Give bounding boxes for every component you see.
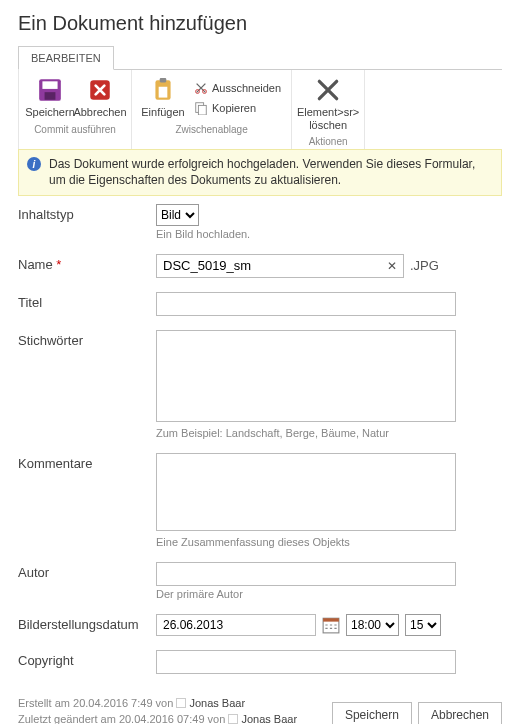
ribbon-group-actions: Element>sr> löschen Aktionen: [292, 70, 365, 149]
hour-select[interactable]: 18:00: [346, 614, 399, 636]
avatar-icon: [228, 714, 238, 724]
name-field-wrap: ✕: [156, 254, 404, 278]
footer-cancel-button[interactable]: Abbrechen: [418, 702, 502, 724]
imagedate-field[interactable]: [156, 614, 316, 636]
page-title: Ein Dokument hinzufügen: [0, 0, 520, 45]
title-label: Titel: [18, 292, 156, 310]
svg-rect-10: [198, 105, 206, 115]
save-icon: [37, 77, 63, 103]
paste-label: Einfügen: [141, 106, 184, 119]
copy-icon: [194, 101, 208, 115]
author-label: Autor: [18, 562, 156, 580]
modified-user: Jonas Baar: [241, 713, 297, 724]
info-icon: i: [27, 157, 41, 171]
delete-icon: [315, 77, 341, 103]
avatar-icon: [176, 698, 186, 708]
required-star: *: [56, 257, 61, 272]
datepicker-icon[interactable]: [322, 616, 340, 634]
svg-rect-5: [160, 78, 167, 82]
delete-label: Element>sr> löschen: [297, 106, 359, 131]
contenttype-label: Inhaltstyp: [18, 204, 156, 222]
cut-label: Ausschneiden: [212, 82, 281, 94]
ribbon-group-clipboard: Einfügen Ausschneiden Kopieren Zwischena…: [132, 70, 292, 149]
paste-button[interactable]: Einfügen: [138, 74, 188, 122]
name-label: Name: [18, 257, 53, 272]
copy-button[interactable]: Kopieren: [190, 99, 285, 117]
title-field[interactable]: [156, 292, 456, 316]
created-prefix: Erstellt am 20.04.2016 7:49 von: [18, 697, 173, 709]
tab-edit[interactable]: BEARBEITEN: [18, 46, 114, 70]
copy-label: Kopieren: [212, 102, 256, 114]
ribbon-tabbar: BEARBEITEN: [18, 45, 502, 70]
group-clipboard-label: Zwischenablage: [138, 122, 285, 135]
delete-button[interactable]: Element>sr> löschen: [298, 74, 358, 134]
svg-rect-1: [42, 81, 57, 89]
paste-icon: [150, 77, 176, 103]
notice-text: Das Dokument wurde erfolgreich hochgelad…: [49, 156, 493, 188]
save-label: Speichern: [25, 106, 75, 119]
group-commit-label: Commit ausführen: [25, 122, 125, 135]
cut-icon: [194, 81, 208, 95]
comments-field[interactable]: [156, 453, 456, 531]
contenttype-help: Ein Bild hochladen.: [156, 228, 502, 240]
author-field[interactable]: [156, 562, 456, 586]
minute-select[interactable]: 15: [405, 614, 441, 636]
cancel-button[interactable]: Abbrechen: [75, 74, 125, 122]
notice-bar: i Das Dokument wurde erfolgreich hochgel…: [18, 149, 502, 195]
created-user: Jonas Baar: [189, 697, 245, 709]
ribbon: Speichern Abbrechen Commit ausführen Ein…: [18, 70, 502, 149]
ribbon-group-commit: Speichern Abbrechen Commit ausführen: [19, 70, 132, 149]
keywords-field[interactable]: [156, 330, 456, 422]
name-extension: .JPG: [410, 258, 439, 273]
footer: Erstellt am 20.04.2016 7:49 von Jonas Ba…: [18, 688, 502, 724]
modified-prefix: Zuletzt geändert am 20.04.2016 07:49 von: [18, 713, 225, 724]
cut-button[interactable]: Ausschneiden: [190, 79, 285, 97]
save-button[interactable]: Speichern: [25, 74, 75, 122]
comments-help: Eine Zusammenfassung dieses Objekts: [156, 536, 502, 548]
imagedate-label: Bilderstellungsdatum: [18, 614, 156, 632]
keywords-label: Stichwörter: [18, 330, 156, 348]
name-field[interactable]: [163, 258, 387, 273]
svg-rect-2: [45, 92, 56, 100]
contenttype-select[interactable]: Bild: [156, 204, 199, 226]
keywords-help: Zum Beispiel: Landschaft, Berge, Bäume, …: [156, 427, 502, 439]
cancel-icon: [87, 77, 113, 103]
clear-name-icon[interactable]: ✕: [387, 259, 397, 273]
group-actions-label: Aktionen: [298, 134, 358, 147]
svg-rect-6: [159, 87, 168, 98]
author-help: Der primäre Autor: [156, 588, 502, 600]
cancel-label: Abbrechen: [73, 106, 126, 119]
svg-rect-12: [323, 618, 339, 621]
form: Inhaltstyp Bild Ein Bild hochladen. Name…: [18, 196, 502, 674]
copyright-field[interactable]: [156, 650, 456, 674]
meta-text: Erstellt am 20.04.2016 7:49 von Jonas Ba…: [18, 696, 297, 724]
footer-save-button[interactable]: Speichern: [332, 702, 412, 724]
copyright-label: Copyright: [18, 650, 156, 668]
comments-label: Kommentare: [18, 453, 156, 471]
